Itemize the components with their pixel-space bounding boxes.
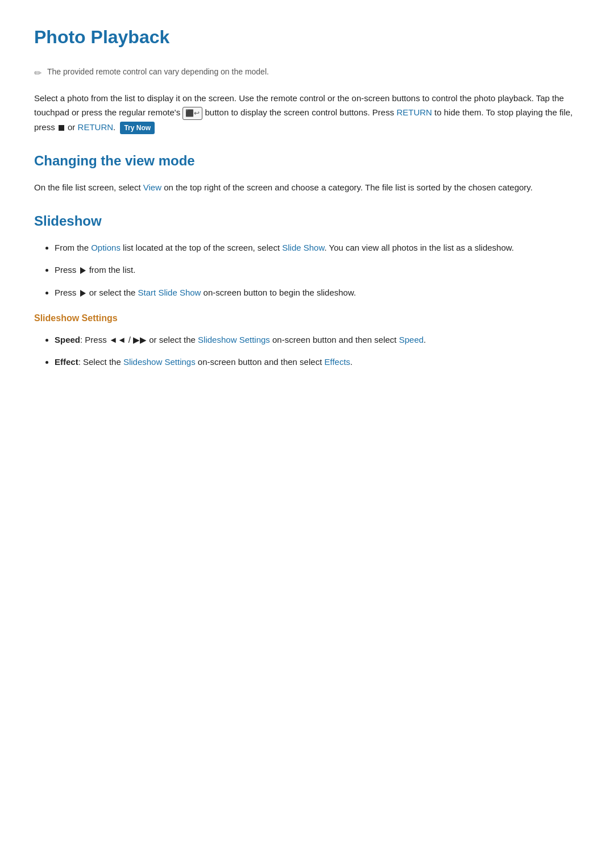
slideshow-settings-link-1[interactable]: Slideshow Settings xyxy=(198,335,270,344)
stop-icon xyxy=(59,125,64,131)
slideshow-bullets: From the Options list located at the top… xyxy=(34,240,580,300)
slideshow-bullet-1: From the Options list located at the top… xyxy=(55,240,580,255)
effects-link[interactable]: Effects xyxy=(324,357,350,367)
slideshow-bullet-3: Press or select the Start Slide Show on-… xyxy=(55,285,580,300)
return-link-2[interactable]: RETURN xyxy=(78,122,114,132)
slide-show-link[interactable]: Slide Show xyxy=(282,243,324,252)
section-heading-view-mode: Changing the view mode xyxy=(34,150,580,172)
view-link[interactable]: View xyxy=(143,182,161,192)
pencil-icon: ✏ xyxy=(34,66,42,81)
start-slide-show-link[interactable]: Start Slide Show xyxy=(138,288,201,297)
subsection-heading-slideshow-settings: Slideshow Settings xyxy=(34,311,580,326)
slideshow-settings-bullets: Speed: Press ◄◄ / ▶▶ or select the Slide… xyxy=(34,333,580,369)
note-text: The provided remote control can vary dep… xyxy=(47,65,269,78)
play-icon-2 xyxy=(80,290,86,297)
view-mode-paragraph: On the file list screen, select View on … xyxy=(34,180,580,195)
intro-paragraph: Select a photo from the list to display … xyxy=(34,91,580,135)
play-icon xyxy=(80,267,86,274)
intro-text-4: or xyxy=(68,122,75,132)
try-now-badge[interactable]: Try Now xyxy=(120,122,155,134)
slideshow-bullet-2: Press from the list. xyxy=(55,263,580,277)
options-link[interactable]: Options xyxy=(91,243,121,252)
slideshow-settings-bullet-speed: Speed: Press ◄◄ / ▶▶ or select the Slide… xyxy=(55,333,580,347)
page-title: Photo Playback xyxy=(34,23,580,52)
speed-label: Speed xyxy=(55,335,80,344)
section-heading-slideshow: Slideshow xyxy=(34,210,580,232)
effect-label: Effect xyxy=(55,357,78,367)
slideshow-settings-bullet-effect: Effect: Select the Slideshow Settings on… xyxy=(55,355,580,369)
note-block: ✏ The provided remote control can vary d… xyxy=(34,65,580,81)
intro-text-2: button to display the screen control but… xyxy=(205,107,395,117)
remote-button-icon: ⬛↩ xyxy=(182,107,202,119)
slideshow-settings-link-2[interactable]: Slideshow Settings xyxy=(123,357,196,367)
return-link-1[interactable]: RETURN xyxy=(396,107,432,117)
speed-link[interactable]: Speed xyxy=(399,335,424,344)
